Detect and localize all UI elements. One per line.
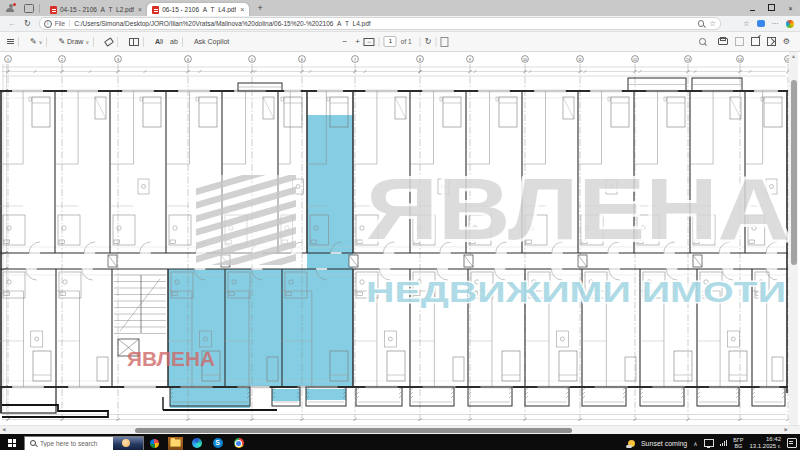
notification-dot <box>13 3 16 6</box>
zoom-controls: − + ↔ 1 of 1 ↻ <box>338 32 448 51</box>
browser-essentials-icon[interactable] <box>757 20 765 27</box>
divider <box>39 4 40 13</box>
url-scheme: File <box>55 20 65 27</box>
vertical-scroll-thumb[interactable] <box>791 80 797 265</box>
minimize-button[interactable] <box>743 5 762 12</box>
zoom-search-icon[interactable] <box>698 20 705 27</box>
search-placeholder: Type here to search <box>40 440 113 447</box>
favorite-star-icon[interactable]: ☆ <box>709 20 715 28</box>
draw-tool-button[interactable]: ✎ Draw∨ <box>58 37 89 46</box>
ask-copilot-button[interactable]: Ask Copilot <box>194 38 229 45</box>
close-button[interactable]: × <box>781 5 800 12</box>
back-icon[interactable]: ← <box>8 19 16 28</box>
page-thumbnail-icon[interactable] <box>440 37 448 47</box>
window-controls: × <box>743 0 800 16</box>
svg-text:ЯВЛЕНА: ЯВЛЕНА <box>127 347 215 370</box>
start-button[interactable] <box>0 439 24 447</box>
scroll-right-icon[interactable]: ▶ <box>785 427 788 432</box>
page-number-input[interactable]: 1 <box>384 36 397 47</box>
taskbar-widgets-icon[interactable] <box>144 434 165 450</box>
eraser-icon[interactable] <box>105 39 113 45</box>
tab-actions-icon[interactable] <box>24 4 34 13</box>
save-as-icon[interactable] <box>751 37 760 46</box>
taskbar-search-box[interactable]: Type here to search <box>24 436 144 450</box>
tab-pdf-l4[interactable]: 06-15 - 2106_A_T_L4.pdf × <box>147 3 249 16</box>
pdf-toolbar-right: ⚙ <box>694 32 790 51</box>
floorplan-drawing: 123456789101112131415ЯВЛЕНАНЕДВИЖИМИ ИМО… <box>0 52 800 425</box>
draw-label: Draw <box>67 38 83 45</box>
search-document-icon[interactable] <box>699 38 706 45</box>
save-icon[interactable] <box>735 37 744 46</box>
vertical-scrollbar[interactable]: ▲ <box>789 52 798 425</box>
favorites-list-icon[interactable]: ☆ <box>743 20 749 28</box>
divider <box>143 37 144 47</box>
fit-to-width-icon[interactable]: ↔ <box>364 38 375 46</box>
maximize-button[interactable] <box>762 4 781 12</box>
svg-text:10: 10 <box>523 58 527 62</box>
bing-daily-image[interactable] <box>113 437 143 450</box>
hidden-icons-chevron[interactable]: ∧ <box>693 440 697 447</box>
browser-tab-bar: 04-15 - 2106_A_T_L2.pdf × 06-15 - 2106_A… <box>0 0 800 16</box>
read-aloud-icon[interactable]: A)) <box>155 38 163 45</box>
zoom-in-button[interactable]: + <box>355 37 360 46</box>
svg-text:6: 6 <box>301 58 303 62</box>
svg-text:14: 14 <box>738 58 742 62</box>
taskbar-skype-icon[interactable]: S <box>207 434 228 450</box>
table-of-contents-icon[interactable] <box>7 38 14 45</box>
tab-close-icon[interactable]: × <box>138 6 142 13</box>
svg-text:12: 12 <box>633 58 637 62</box>
taskbar-file-explorer-icon[interactable] <box>165 434 186 450</box>
scroll-left-icon[interactable]: ◀ <box>2 427 5 432</box>
svg-text:13: 13 <box>686 58 690 62</box>
url-text: C:/Users/Simona/Desktop/JORO/Ilian%20Vra… <box>74 20 693 27</box>
page-view-icon[interactable] <box>129 38 139 46</box>
pdf-page-floorplan: 123456789101112131415ЯВЛЕНАНЕДВИЖИМИ ИМО… <box>0 52 800 425</box>
svg-text:9: 9 <box>469 58 471 62</box>
search-icon <box>30 440 36 446</box>
divider <box>69 20 70 27</box>
weather-text[interactable]: Sunset coming <box>641 440 687 447</box>
taskbar-chrome-icon[interactable] <box>228 434 249 450</box>
new-tab-button[interactable]: + <box>257 3 262 13</box>
divider <box>46 37 47 47</box>
address-bar-actions: ☆ ⋯ <box>743 16 794 31</box>
divider <box>182 37 183 47</box>
language-secondary: BG <box>733 443 743 449</box>
info-icon[interactable]: i <box>44 20 52 28</box>
refresh-icon[interactable]: ↻ <box>24 19 31 28</box>
taskbar-edge-icon[interactable] <box>186 434 207 450</box>
display-tray-icon[interactable] <box>704 439 714 447</box>
dictionary-icon[interactable]: ab <box>170 38 178 45</box>
divider <box>117 37 118 47</box>
clock-time: 16:42 <box>750 436 781 443</box>
network-signal-icon[interactable] <box>720 440 728 446</box>
address-bar: ← ↻ i File C:/Users/Simona/Desktop/JORO/… <box>0 16 800 32</box>
copilot-icon[interactable] <box>786 20 794 28</box>
rotate-icon[interactable]: ↻ <box>425 37 432 46</box>
menu-dots-icon[interactable]: ⋯ <box>772 20 780 28</box>
omnibox[interactable]: i File C:/Users/Simona/Desktop/JORO/Ilia… <box>39 17 721 30</box>
horizontal-scrollbar[interactable]: ◀ ▶ <box>0 425 800 434</box>
action-center-icon[interactable] <box>787 438 797 448</box>
svg-text:НЕДВИЖИМИ ИМОТИ: НЕДВИЖИМИ ИМОТИ <box>366 275 786 308</box>
profile-avatar-icon[interactable] <box>6 4 15 13</box>
taskbar-clock[interactable]: 16:42 13.1.2025 г. <box>750 436 781 450</box>
taskbar-tray: Sunset coming ∧ БГР BG 16:42 13.1.2025 г… <box>628 434 797 450</box>
print-icon[interactable] <box>718 38 728 45</box>
settings-gear-icon[interactable]: ⚙ <box>783 37 790 46</box>
fullscreen-icon[interactable] <box>767 37 776 46</box>
select-tool-icon[interactable]: ✎∨ <box>30 37 42 46</box>
svg-text:ЯВЛЕНА: ЯВЛЕНА <box>366 159 790 258</box>
tab-close-icon[interactable]: × <box>240 6 244 13</box>
zoom-out-button[interactable]: − <box>342 37 347 46</box>
pdf-file-icon <box>152 6 159 14</box>
svg-text:4: 4 <box>187 58 189 62</box>
scroll-up-icon[interactable]: ▲ <box>789 53 798 59</box>
language-indicator[interactable]: БГР BG <box>733 437 743 449</box>
horizontal-scroll-thumb[interactable] <box>135 428 572 433</box>
svg-text:8: 8 <box>419 58 421 62</box>
svg-text:1: 1 <box>7 58 9 62</box>
weather-sun-icon[interactable] <box>628 440 635 447</box>
tab-pdf-l2[interactable]: 04-15 - 2106_A_T_L2.pdf × <box>45 3 147 16</box>
divider <box>435 37 436 47</box>
